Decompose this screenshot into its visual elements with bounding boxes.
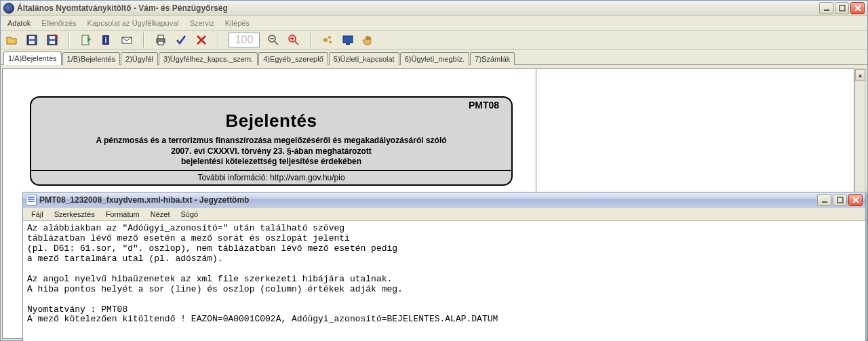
form-desc-line1: A pénzmosás és a terrorizmus finanszíroz… — [96, 136, 446, 145]
save-icon[interactable] — [25, 33, 39, 47]
screen-icon[interactable] — [341, 33, 355, 47]
open-icon[interactable] — [5, 33, 18, 47]
svg-rect-6 — [50, 36, 55, 39]
svg-rect-13 — [158, 35, 163, 39]
notepad-menubar: Fájl Szerkesztés Formátum Nézet Súgó — [23, 207, 865, 221]
menu-ellenorzes[interactable]: Ellenőrzés — [36, 17, 81, 29]
close-button[interactable] — [850, 2, 865, 14]
svg-rect-7 — [50, 41, 55, 44]
notepad-menu-formatum[interactable]: Formátum — [100, 209, 145, 220]
tab-4-egyeb[interactable]: 4)Egyéb_szereplő — [258, 52, 328, 65]
form-title: Bejelentés — [31, 111, 511, 132]
svg-rect-27 — [822, 201, 827, 203]
svg-point-24 — [329, 41, 332, 43]
main-toolbar: i — [1, 31, 867, 49]
maximize-button[interactable] — [835, 2, 849, 14]
cancel-icon[interactable] — [195, 33, 208, 47]
notepad-menu-nezet[interactable]: Nézet — [145, 209, 176, 220]
svg-line-16 — [275, 41, 278, 45]
form-desc-line2: 2007. évi CXXXVI. törvény 23. §-ában meg… — [171, 146, 371, 156]
tab-5-uzleti[interactable]: 5)Üzleti_kapcsolat — [329, 52, 399, 65]
info-icon[interactable]: i — [100, 33, 113, 47]
notepad-window[interactable]: PMT08_1232008_fxuydvem.xml-hiba.txt - Je… — [22, 192, 866, 341]
notepad-menu-szerkesztes[interactable]: Szerkesztés — [49, 209, 100, 220]
form-code: PMT08 — [31, 98, 511, 111]
svg-rect-1 — [840, 5, 845, 11]
zoom-input[interactable] — [229, 33, 260, 47]
svg-rect-4 — [29, 41, 35, 44]
edit-icon[interactable] — [79, 33, 93, 47]
notepad-maximize-button[interactable] — [833, 194, 847, 206]
notepad-titlebar[interactable]: PMT08_1232008_fxuydvem.xml-hiba.txt - Je… — [23, 193, 865, 207]
notepad-window-buttons — [817, 194, 863, 206]
menu-szerviz[interactable]: Szerviz — [184, 17, 220, 29]
toolbar-separator — [68, 33, 70, 47]
notepad-minimize-button[interactable] — [817, 194, 831, 206]
scroll-up-icon[interactable]: ▲ — [855, 69, 865, 81]
toolbar-separator-4 — [310, 33, 311, 47]
notepad-icon — [26, 195, 37, 205]
main-title: Általános Nyomtatványkitöltő - Vám- és P… — [17, 3, 819, 13]
saveas-icon[interactable] — [45, 33, 59, 47]
svg-text:i: i — [104, 36, 106, 44]
tab-2-ugyfel[interactable]: 2)Ügyfél — [121, 52, 158, 65]
zoom-in-icon[interactable] — [287, 33, 300, 47]
svg-rect-25 — [343, 36, 353, 43]
tab-3-ugyfelkapcs[interactable]: 3)Ügyfélhez_kapcs._szem. — [159, 52, 258, 65]
notepad-menu-sugo[interactable]: Súgó — [176, 209, 204, 220]
app-icon — [3, 3, 14, 14]
hand-icon[interactable] — [361, 33, 375, 47]
menu-kapcsolat[interactable]: Kapcsolat az Ügyfélkapuval — [82, 17, 184, 29]
svg-rect-26 — [346, 43, 350, 45]
toolbar-separator-3 — [218, 33, 219, 47]
notepad-title: PMT08_1232008_fxuydvem.xml-hiba.txt - Je… — [39, 195, 817, 205]
tab-1b-bejelentes[interactable]: 1/B)Bejelentés — [62, 52, 121, 65]
notepad-close-button[interactable] — [848, 194, 863, 206]
settings-icon[interactable] — [321, 33, 334, 47]
form-header-box: PMT08 Bejelentés A pénzmosás és a terror… — [30, 96, 513, 186]
tab-6-ugyleti[interactable]: 6)Ügyleti_megbíz. — [400, 52, 470, 65]
mail-icon[interactable] — [120, 33, 134, 47]
svg-point-23 — [328, 36, 331, 39]
svg-rect-3 — [29, 36, 35, 39]
toolbar-separator-2 — [143, 33, 144, 47]
form-description: A pénzmosás és a terrorizmus finanszíroz… — [31, 132, 511, 170]
zoom-out-icon[interactable] — [267, 33, 280, 47]
form-tabrow: 1/A)Bejelentés 1/B)Bejelentés 2)Ügyfél 3… — [1, 49, 867, 65]
svg-rect-28 — [837, 197, 843, 203]
svg-rect-14 — [158, 41, 163, 45]
form-link-row: További információ: http://vam.gov.hu/pi… — [31, 170, 511, 184]
svg-line-19 — [295, 41, 298, 45]
form-link-url[interactable]: http://vam.gov.hu/pio — [270, 173, 345, 182]
notepad-menu-fajl[interactable]: Fájl — [26, 209, 49, 220]
minimize-button[interactable] — [819, 2, 833, 14]
form-link-label: További információ: — [197, 173, 270, 182]
main-titlebar[interactable]: Általános Nyomtatványkitöltő - Vám- és P… — [1, 1, 867, 16]
check-icon[interactable] — [174, 33, 188, 47]
notepad-body[interactable]: Az alábbiakban az "Adóügyi_azonosító=" u… — [23, 221, 865, 341]
svg-point-22 — [323, 38, 328, 42]
main-menubar: Adatok Ellenőrzés Kapcsolat az Ügyfélkap… — [1, 16, 867, 31]
tab-7-szamlak[interactable]: 7)Számlák — [470, 52, 515, 65]
form-desc-line3: bejelentési kötelezettség teljesítése ér… — [181, 157, 361, 166]
svg-rect-0 — [824, 9, 829, 11]
menu-adatok[interactable]: Adatok — [2, 17, 36, 29]
tab-1a-bejelentes[interactable]: 1/A)Bejelentés — [3, 52, 62, 65]
print-icon[interactable] — [154, 33, 167, 47]
window-buttons — [819, 2, 865, 14]
menu-kilepes[interactable]: Kilépés — [220, 17, 255, 29]
